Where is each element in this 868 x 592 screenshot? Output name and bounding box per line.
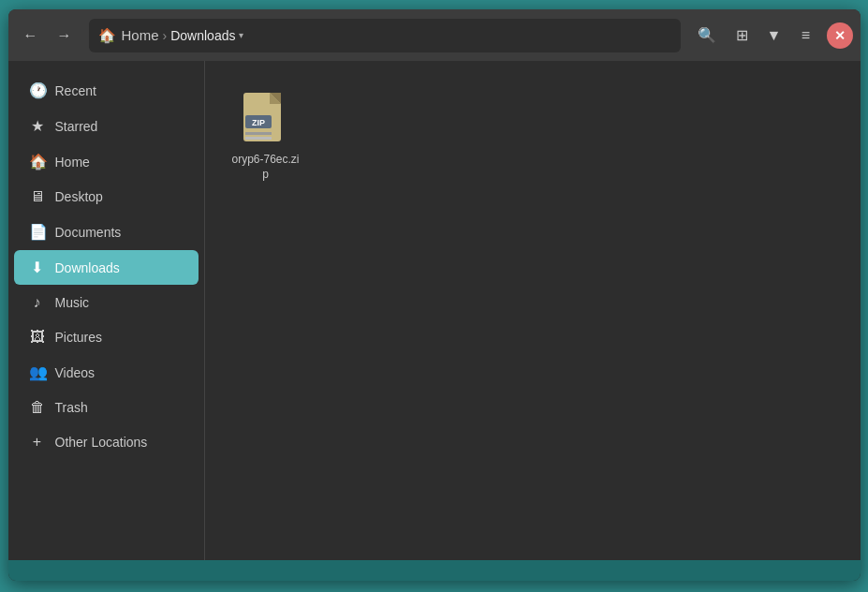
file-name: oryp6-76ec.zip: [231, 153, 301, 182]
breadcrumb-current-folder[interactable]: Downloads ▾: [170, 28, 243, 43]
desktop-icon: 🖥: [29, 188, 46, 205]
other-locations-icon: +: [29, 434, 46, 451]
sidebar-item-label: Downloads: [55, 260, 120, 275]
sidebar-item-label: Home: [55, 155, 90, 170]
close-icon: ✕: [834, 28, 846, 43]
sidebar: 🕐 Recent ★ Starred 🏠 Home 🖥 Desktop 📄 Do…: [8, 61, 205, 560]
sidebar-item-starred[interactable]: ★ Starred: [14, 109, 199, 143]
sidebar-item-label: Recent: [55, 83, 96, 98]
content-area: 🕐 Recent ★ Starred 🏠 Home 🖥 Desktop 📄 Do…: [8, 61, 861, 560]
sidebar-item-desktop[interactable]: 🖥 Desktop: [14, 180, 199, 214]
file-grid: ZIP oryp6-76ec.zip: [224, 80, 842, 189]
toolbar-right: ⊞ ▼ ≡ ✕: [728, 21, 853, 51]
svg-rect-5: [245, 132, 272, 135]
sidebar-item-home[interactable]: 🏠 Home: [14, 144, 199, 179]
file-item[interactable]: ZIP oryp6-76ec.zip: [224, 80, 308, 189]
breadcrumb-current-label: Downloads: [170, 28, 235, 43]
sidebar-item-documents[interactable]: 📄 Documents: [14, 215, 199, 249]
breadcrumb-dropdown-icon: ▾: [239, 30, 243, 40]
sidebar-item-label: Videos: [55, 365, 96, 380]
search-button[interactable]: 🔍: [690, 19, 724, 52]
documents-icon: 📄: [29, 223, 46, 241]
breadcrumb: 🏠 Home › Downloads ▾: [89, 19, 681, 52]
sidebar-item-recent[interactable]: 🕐 Recent: [14, 73, 199, 108]
home-folder-icon: 🏠: [29, 153, 46, 170]
view-options-button[interactable]: ⊞: [728, 21, 758, 51]
zip-file-icon: ZIP: [236, 87, 296, 147]
sidebar-item-label: Documents: [55, 225, 122, 240]
sidebar-item-label: Starred: [55, 119, 98, 134]
file-area: ZIP oryp6-76ec.zip: [205, 61, 861, 560]
sidebar-item-trash[interactable]: 🗑 Trash: [14, 391, 199, 424]
zip-icon-svg: ZIP: [236, 87, 296, 147]
downloads-icon: ⬇: [29, 259, 46, 276]
sidebar-item-label: Music: [55, 295, 90, 310]
forward-icon: →: [57, 27, 72, 44]
sort-icon: ▼: [767, 27, 782, 44]
sidebar-item-label: Trash: [55, 400, 88, 415]
videos-icon: 👥: [29, 363, 46, 381]
svg-text:ZIP: ZIP: [251, 118, 264, 127]
close-button[interactable]: ✕: [827, 22, 853, 49]
trash-icon: 🗑: [29, 399, 46, 416]
sidebar-item-pictures[interactable]: 🖼 Pictures: [14, 320, 199, 354]
sidebar-item-label: Pictures: [55, 330, 103, 345]
menu-icon: ≡: [802, 27, 810, 44]
menu-button[interactable]: ≡: [791, 21, 821, 51]
home-icon: 🏠: [98, 27, 116, 44]
search-icon: 🔍: [698, 26, 716, 44]
breadcrumb-home-label: Home: [122, 27, 159, 43]
sidebar-item-videos[interactable]: 👥 Videos: [14, 355, 199, 390]
svg-rect-6: [245, 137, 272, 140]
sidebar-item-other-locations[interactable]: + Other Locations: [14, 425, 199, 459]
back-button[interactable]: ←: [16, 21, 46, 51]
back-icon: ←: [23, 27, 38, 44]
sidebar-item-label: Other Locations: [55, 435, 148, 450]
sidebar-item-label: Desktop: [55, 189, 103, 204]
starred-icon: ★: [29, 117, 46, 135]
recent-icon: 🕐: [29, 81, 46, 99]
forward-button[interactable]: →: [50, 21, 80, 51]
breadcrumb-home[interactable]: 🏠 Home: [98, 27, 159, 44]
pictures-icon: 🖼: [29, 329, 46, 346]
toolbar: ← → 🏠 Home › Downloads ▾ 🔍 ⊞ ▼: [8, 9, 861, 61]
sort-button[interactable]: ▼: [759, 21, 789, 51]
file-manager-window: ← → 🏠 Home › Downloads ▾ 🔍 ⊞ ▼: [8, 9, 861, 581]
bottom-bar: [8, 560, 861, 581]
sidebar-item-music[interactable]: ♪ Music: [14, 286, 199, 319]
view-options-icon: ⊞: [736, 26, 748, 44]
sidebar-item-downloads[interactable]: ⬇ Downloads: [14, 250, 199, 285]
music-icon: ♪: [29, 294, 46, 311]
breadcrumb-separator: ›: [163, 28, 168, 43]
